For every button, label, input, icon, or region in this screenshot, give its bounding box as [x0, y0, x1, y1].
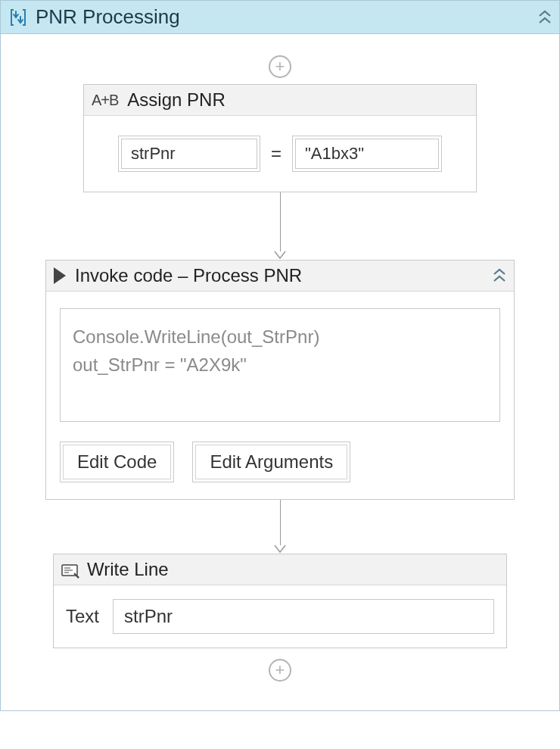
assign-value-input[interactable] — [295, 139, 439, 169]
invoke-code-title: Invoke code – Process PNR — [75, 265, 302, 286]
add-activity-bottom-button[interactable]: + — [269, 659, 291, 682]
assign-activity-header[interactable]: A+B Assign PNR — [84, 85, 476, 116]
sequence-body: + A+B Assign PNR = — [1, 34, 559, 710]
add-activity-top-button[interactable]: + — [269, 55, 291, 78]
assign-value-wrapper — [292, 136, 442, 172]
assign-activity-title: Assign PNR — [127, 89, 225, 111]
edit-code-label: Edit Code — [63, 445, 171, 479]
writeline-header[interactable]: Write Line — [54, 554, 506, 585]
svg-point-1 — [77, 576, 79, 579]
plus-icon: + — [275, 662, 285, 679]
writeline-icon — [61, 563, 78, 576]
equals-sign: = — [271, 143, 282, 164]
assign-to-input[interactable] — [121, 139, 257, 169]
writeline-body: Text — [54, 585, 506, 648]
sequence-container: PNR Processing + A+B Assign PNR — [0, 0, 560, 711]
collapse-up-icon[interactable] — [493, 268, 506, 283]
flow-arrow — [274, 500, 286, 554]
assign-to-wrapper — [118, 136, 260, 172]
writeline-text-label: Text — [66, 606, 99, 627]
expand-triangle-icon[interactable] — [54, 267, 66, 284]
sequence-header[interactable]: PNR Processing — [1, 1, 559, 34]
invoke-code-header[interactable]: Invoke code – Process PNR — [46, 261, 514, 292]
code-preview[interactable]: Console.WriteLine(out_StrPnr) out_StrPnr… — [60, 308, 500, 422]
sequence-icon — [8, 8, 28, 27]
sequence-title: PNR Processing — [36, 5, 530, 29]
assign-activity-body: = — [84, 116, 476, 192]
writeline-activity[interactable]: Write Line Text — [53, 554, 507, 648]
invoke-code-activity[interactable]: Invoke code – Process PNR Console.WriteL… — [45, 260, 515, 500]
edit-arguments-label: Edit Arguments — [195, 445, 347, 479]
writeline-title: Write Line — [87, 559, 169, 580]
assign-icon: A+B — [92, 92, 118, 109]
flow-arrow — [274, 192, 286, 260]
invoke-code-body: Console.WriteLine(out_StrPnr) out_StrPnr… — [46, 292, 514, 499]
writeline-text-input[interactable] — [113, 599, 494, 634]
edit-arguments-button[interactable]: Edit Arguments — [192, 442, 350, 482]
assign-activity[interactable]: A+B Assign PNR = — [83, 84, 477, 192]
collapse-up-icon[interactable] — [538, 10, 552, 25]
edit-code-button[interactable]: Edit Code — [60, 442, 174, 482]
plus-icon: + — [275, 58, 285, 75]
